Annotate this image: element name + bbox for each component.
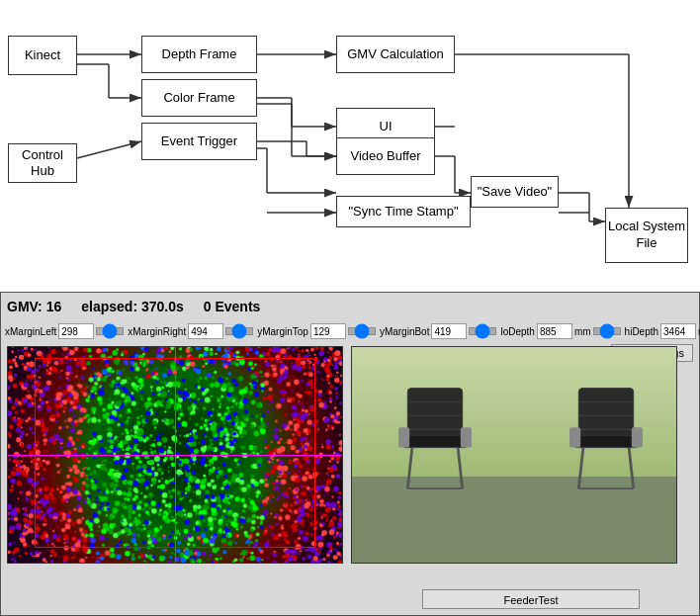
controls-bar: xMarginLeft xMarginRight yMarginTop yMar… — [1, 320, 699, 342]
svg-rect-31 — [408, 389, 463, 436]
depth-image — [7, 346, 343, 564]
ymarginbot-input[interactable] — [431, 323, 467, 339]
feeder-test-button[interactable]: FeederTest — [422, 589, 640, 609]
lodepth-slider[interactable] — [593, 327, 621, 335]
video-buffer-node: Video Buffer — [336, 137, 435, 175]
xmarginleft-label: xMarginLeft — [5, 326, 56, 337]
svg-rect-36 — [461, 427, 472, 447]
ymargintop-group: yMarginTop — [257, 323, 376, 339]
svg-line-12 — [77, 141, 141, 158]
events-value: 0 Events — [204, 299, 261, 314]
depth-frame-node: Depth Frame — [141, 36, 257, 73]
color-frame-node: Color Frame — [141, 79, 257, 117]
svg-rect-46 — [632, 427, 643, 447]
hidepth-group: hiDepth mm — [625, 323, 700, 339]
gmv-calc-node: GMV Calculation — [336, 36, 455, 73]
xmarginleft-slider[interactable] — [96, 327, 124, 335]
xmarginleft-group: xMarginLeft — [5, 323, 124, 339]
chair-left-icon — [391, 384, 480, 502]
svg-line-37 — [408, 448, 413, 489]
sync-time-node: "Sync Time Stamp" — [336, 196, 471, 227]
svg-line-38 — [458, 448, 463, 489]
lodepth-unit: mm — [574, 326, 591, 337]
hidepth-label: hiDepth — [625, 326, 658, 337]
ymarginbot-slider[interactable] — [469, 327, 496, 335]
lodepth-label: loDepth — [500, 326, 534, 337]
ymargintop-label: yMarginTop — [257, 326, 308, 337]
ui-panel: GMV: 16 elapsed: 370.0s 0 Events xMargin… — [0, 292, 700, 616]
gmv-value: GMV: 16 — [7, 299, 61, 314]
event-trigger-node: Event Trigger — [141, 123, 257, 160]
svg-line-48 — [629, 448, 634, 489]
ymarginbot-label: yMarginBot — [380, 326, 430, 337]
hidepth-input[interactable] — [660, 323, 696, 339]
crosshair-horizontal — [8, 455, 342, 456]
elapsed-value: elapsed: 370.0s — [81, 299, 184, 314]
save-video-node: "Save Video" — [471, 176, 559, 208]
xmarginright-input[interactable] — [188, 323, 223, 339]
chair-right-icon — [562, 384, 651, 502]
lodepth-group: loDepth mm — [500, 323, 620, 339]
xmarginright-group: xMarginRight — [128, 323, 253, 339]
diagram-section: Kinect Control Hub Depth Frame Color Fra… — [0, 0, 700, 292]
top-bar: GMV: 16 elapsed: 370.0s 0 Events — [1, 293, 699, 320]
svg-rect-45 — [569, 427, 580, 447]
control-hub-node: Control Hub — [8, 143, 77, 183]
local-file-node: Local System File — [605, 208, 688, 263]
xmarginleft-input[interactable] — [58, 323, 94, 339]
color-image — [351, 346, 677, 564]
xmarginright-label: xMarginRight — [128, 326, 186, 337]
svg-rect-41 — [578, 389, 633, 436]
lodepth-input[interactable] — [537, 323, 572, 339]
svg-rect-35 — [398, 427, 409, 447]
images-row — [1, 342, 699, 572]
xmarginright-slider[interactable] — [225, 327, 253, 335]
ymargintop-input[interactable] — [310, 323, 346, 339]
kinect-node: Kinect — [8, 36, 77, 75]
svg-line-47 — [578, 448, 583, 489]
ymarginbot-group: yMarginBot — [380, 323, 497, 339]
ymargintop-slider[interactable] — [348, 327, 376, 335]
